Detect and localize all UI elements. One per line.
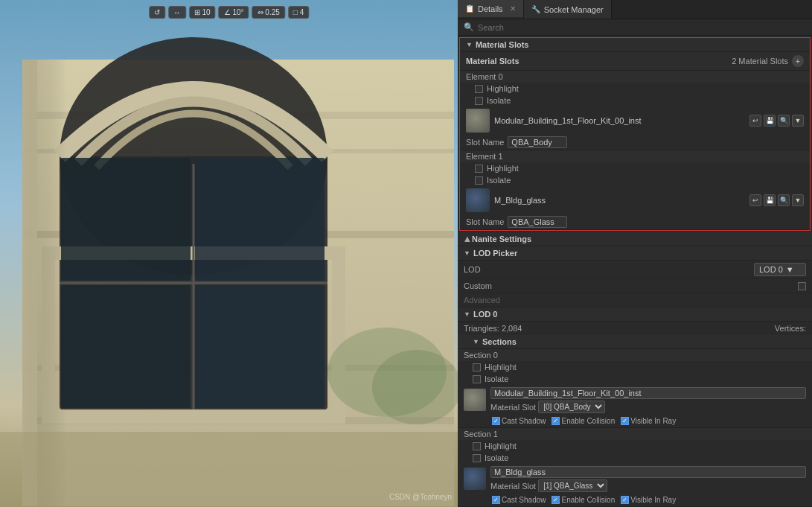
section-0-flags: ✓ Cast Shadow ✓ Enable Collision ✓ Visib… [458,415,812,427]
tab-details-close[interactable]: ✕ [510,4,516,13]
viewport-toolbar: ↺ ↔ ⊞ 10 ∠ 10° ⇔ 0.25 □ 4 [149,6,309,19]
section-0-ray-checkbox[interactable]: ✓ [621,417,629,425]
element-1-browse-btn[interactable]: ↩ [749,194,761,206]
sections-subheader[interactable]: ▼ Sections [458,335,812,349]
element-0-mat-name: Modular_Building_1st_Floor_Kit_00_inst [494,116,745,125]
element-0-mat-actions: ↩ 💾 🔍 ▼ [749,115,804,127]
section-1-visible-in-ray: ✓ Visible In Ray [621,496,676,504]
nanite-settings-arrow: ▶ [463,237,470,242]
section-1-collision-checkbox[interactable]: ✓ [552,496,560,504]
section-1-ray-checkbox[interactable]: ✓ [621,496,629,504]
element-0-find-btn[interactable]: 🔍 [778,115,790,127]
section-1-highlight-row: Highlight [458,440,812,452]
details-icon: 📋 [465,4,474,13]
element-0-isolate-checkbox[interactable] [475,97,483,105]
element-1-preview-row: M_Bldg_glass ↩ 💾 🔍 ▼ [460,186,810,214]
section-0-ray-label: Visible In Ray [630,417,676,425]
section-1-slot-select[interactable]: [1] QBA_Glass [538,479,607,492]
lod0-triangles: Triangles: 2,084 [464,324,522,333]
svg-rect-16 [61,285,191,408]
svg-rect-17 [195,285,325,408]
section-1-enable-collision: ✓ Enable Collision [552,496,615,504]
element-1-mat-name: M_Bldg_glass [494,196,745,205]
element-0-slot-input[interactable] [508,136,567,148]
element-1-highlight-checkbox[interactable] [475,165,483,173]
element-1-more-btn[interactable]: ▼ [792,194,804,206]
lod-dropdown[interactable]: LOD 0 ▼ [754,263,806,276]
section-1-item: Section 1 Highlight Isolate Material Slo… [458,428,812,507]
element-0-highlight-label: Highlight [487,84,519,93]
toolbar-pan-btn[interactable]: ↔ [168,6,186,19]
element-0-more-btn[interactable]: ▼ [792,115,804,127]
custom-checkbox[interactable] [798,282,806,290]
toolbar-rotate-btn[interactable]: ↺ [149,6,165,19]
search-icon: 🔍 [464,22,474,32]
element-1-highlight-label: Highlight [487,164,519,173]
material-slots-arrow: ▼ [466,41,473,48]
element-1-isolate-checkbox[interactable] [475,176,483,185]
svg-rect-19 [0,432,458,507]
element-1-isolate-label: Isolate [487,176,511,185]
section-0-cast-shadow: ✓ Cast Shadow [492,417,546,425]
lod0-vertices: Vertices: [775,324,806,333]
section-0-highlight-label: Highlight [485,363,517,372]
section-0-mat-row: Material Slot [0] QBA_Body [458,385,812,415]
section-0-collision-label: Enable Collision [561,417,615,425]
element-0-label: Element 0 [460,71,810,83]
lod-picker-arrow: ▼ [464,249,470,257]
section-0-cast-shadow-checkbox[interactable]: ✓ [492,417,500,425]
section-0-mat-name-input[interactable] [490,387,806,399]
element-0-slot-label: Slot Name [466,138,504,147]
element-1-save-btn[interactable]: 💾 [764,194,776,206]
add-material-slot-btn[interactable]: + [792,55,804,67]
section-1-isolate-checkbox[interactable] [473,454,481,462]
element-0-group: Element 0 Highlight Isolate Modular_Buil… [460,71,810,150]
toolbar-grid-btn[interactable]: ⊞ 10 [189,6,216,19]
element-1-label: Element 1 [460,150,810,162]
section-0-highlight-checkbox[interactable] [473,363,481,372]
section-0-isolate-row: Isolate [458,373,812,385]
section-1-collision-label: Enable Collision [561,496,615,504]
material-slots-section-header[interactable]: ▼ Material Slots [460,38,810,52]
section-0-highlight-row: Highlight [458,361,812,373]
section-1-cast-shadow-label: Cast Shadow [502,496,546,504]
section-0-enable-collision: ✓ Enable Collision [552,417,615,425]
section-0-item: Section 0 Highlight Isolate Material Slo… [458,349,812,428]
tab-bar: 📋 Details ✕ 🔧 Socket Manager [458,0,812,19]
viewport[interactable]: ↺ ↔ ⊞ 10 ∠ 10° ⇔ 0.25 □ 4 CSDN @Tcohneyn [0,0,458,507]
section-1-mat-name-input[interactable] [490,466,806,478]
section-1-ray-label: Visible In Ray [630,496,676,504]
material-slots-count-label: 2 Material Slots [732,57,788,66]
section-0-slot-select[interactable]: [0] QBA_Body [538,401,605,413]
element-0-thumbnail[interactable] [466,109,490,133]
lod0-arrow: ▼ [464,310,470,318]
section-1-flags: ✓ Cast Shadow ✓ Enable Collision ✓ Visib… [458,494,812,506]
lod0-header[interactable]: ▼ LOD 0 [458,307,812,322]
element-1-find-btn[interactable]: 🔍 [778,194,790,206]
tab-details[interactable]: 📋 Details ✕ [458,0,524,19]
section-0-collision-checkbox[interactable]: ✓ [552,417,560,425]
sections-arrow: ▼ [473,338,479,345]
socket-manager-icon: 🔧 [531,5,540,13]
section-1-cast-shadow-checkbox[interactable]: ✓ [492,496,500,504]
section-1-highlight-checkbox[interactable] [473,442,481,450]
section-0-isolate-checkbox[interactable] [473,375,481,383]
lod-picker-header[interactable]: ▼ LOD Picker [458,246,812,261]
element-0-highlight-checkbox[interactable] [475,85,483,93]
element-0-browse-btn[interactable]: ↩ [749,115,761,127]
toolbar-angle-btn[interactable]: ∠ 10° [219,6,249,19]
tab-socket-manager[interactable]: 🔧 Socket Manager [524,0,612,19]
toolbar-scale-btn[interactable]: ⇔ 0.25 [252,6,285,19]
toolbar-view-btn[interactable]: □ 4 [288,6,309,19]
element-1-thumbnail[interactable] [466,188,490,212]
nanite-settings-header[interactable]: ▶ Nanite Settings [458,232,812,246]
element-1-slot-input[interactable] [508,216,567,228]
section-0-thumbnail[interactable] [464,389,486,411]
element-0-save-btn[interactable]: 💾 [764,115,776,127]
search-input[interactable] [478,23,806,32]
section-1-isolate-row: Isolate [458,452,812,464]
panel-content[interactable]: ▼ Material Slots Material Slots 2 Materi… [458,36,812,507]
material-slots-count-area: 2 Material Slots + [732,55,804,67]
element-0-preview-row: Modular_Building_1st_Floor_Kit_00_inst ↩… [460,106,810,135]
section-1-thumbnail[interactable] [464,468,486,490]
